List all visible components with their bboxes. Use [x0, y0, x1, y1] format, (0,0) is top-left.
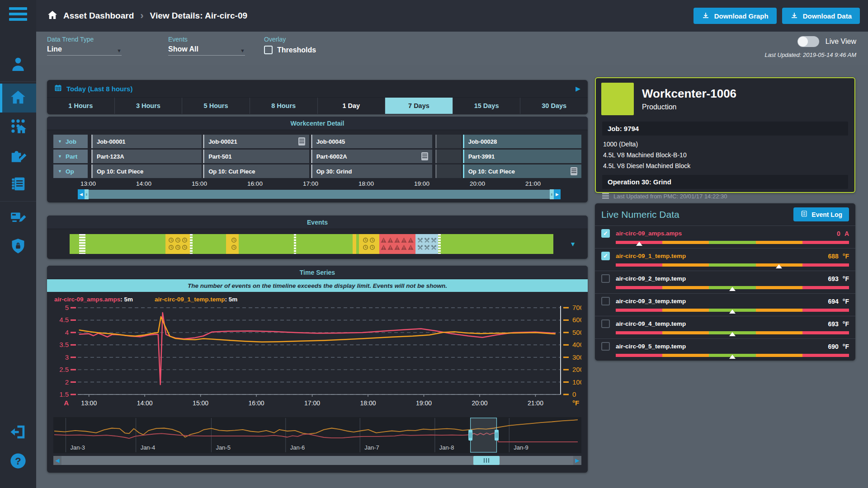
overview-navigator-chart[interactable]: Jan-3Jan-4Jan-5Jan-6Jan-7Jan-8Jan-9 [53, 417, 581, 455]
time-range-header: Today (Last 8 hours) ▶ [47, 80, 588, 97]
sidebar-item-user[interactable] [0, 51, 36, 80]
clock-icon [182, 237, 188, 244]
range-option-30-days[interactable]: 30 Days [520, 98, 588, 114]
event-segment-run[interactable] [441, 234, 553, 254]
live-view-toggle[interactable] [797, 36, 819, 47]
schedule-block[interactable]: Job-00001 [91, 135, 202, 148]
time-range-current[interactable]: Today (Last 8 hours) [66, 85, 132, 93]
thresholds-checkbox-row[interactable]: Thresholds [264, 46, 316, 54]
schedule-block[interactable]: Part-3991 [463, 150, 581, 163]
workcenter-name: Workcenter-1006 [642, 87, 736, 101]
sidebar-item-asset-dashboard[interactable] [0, 84, 36, 113]
event-segment-run[interactable] [85, 234, 165, 254]
sidebar-item-security[interactable] [0, 232, 36, 261]
warning-icon [394, 244, 400, 251]
schedule-block[interactable]: Job-00045 [311, 135, 433, 148]
legend-item[interactable]: air-circ-09_1_temp.temp: 5m [155, 296, 237, 303]
scroll-right-arrow-icon[interactable]: ▶ [573, 456, 581, 465]
row-label-op[interactable]: ▼Op [53, 164, 88, 178]
range-option-1-day[interactable]: 1 Day [318, 98, 386, 114]
checkbox-unchecked[interactable] [601, 274, 610, 283]
schedule-block[interactable]: Op 30: Grind [311, 164, 433, 178]
event-segment-marker[interactable] [79, 234, 85, 254]
event-segment-alarm[interactable] [379, 234, 415, 254]
checkbox-unchecked[interactable] [601, 319, 610, 328]
row-label-job[interactable]: ▼Job [53, 135, 88, 148]
scroll-left-arrow-icon[interactable]: ◀ [53, 456, 61, 465]
breadcrumb-root[interactable]: Asset Dashboard [63, 11, 134, 21]
event-segment-run[interactable] [239, 234, 294, 254]
signal-name: air-circ-09_1_temp.temp [616, 253, 686, 259]
navigator-scrollbar[interactable]: ◀ ▶ [53, 456, 581, 465]
event-segment-delay[interactable] [353, 234, 357, 254]
sidebar: ? [0, 0, 36, 488]
event-segment-delay[interactable] [226, 234, 229, 254]
live-numeric-header: Live Numeric Data Event Log [595, 203, 855, 225]
event-segment-delay[interactable] [229, 234, 239, 254]
events-expand-caret-icon[interactable]: ▼ [570, 240, 576, 248]
shield-lock-icon [9, 237, 27, 256]
scrollbar-thumb[interactable] [473, 456, 500, 465]
event-log-button[interactable]: Event Log [793, 207, 849, 221]
top-header: Asset Dashboard › View Details: Air-circ… [36, 0, 868, 32]
selection-handle-right[interactable] [495, 430, 499, 441]
clock-icon [168, 244, 174, 251]
download-graph-button[interactable]: Download Graph [693, 8, 777, 24]
schedule-block[interactable]: Op 10: Cut Piece [463, 164, 581, 178]
events-timeline[interactable] [70, 234, 553, 254]
range-option-15-days[interactable]: 15 Days [453, 98, 521, 114]
checkbox-unchecked[interactable] [601, 342, 610, 351]
schedule-block[interactable]: Job-00028 [463, 135, 581, 148]
timeline-range-slider[interactable]: ◀ ‖ ‖ ▶ [78, 190, 561, 199]
event-segment-delay[interactable] [359, 234, 379, 254]
sidebar-item-logout[interactable] [0, 418, 36, 447]
schedule-block[interactable]: Op 10: Cut Piece [203, 164, 309, 178]
event-segment-run[interactable] [193, 234, 226, 254]
range-option-5-hours[interactable]: 5 Hours [182, 98, 250, 114]
checkbox-checked[interactable]: ✓ [601, 252, 610, 260]
range-option-1-hours[interactable]: 1 Hours [47, 98, 115, 114]
slider-left-grip[interactable]: ‖ [85, 189, 89, 199]
svg-text:A: A [64, 399, 69, 407]
details-list-icon[interactable] [421, 152, 428, 160]
schedule-block[interactable]: Job-00021 [203, 135, 309, 148]
thresholds-checkbox[interactable] [264, 46, 273, 54]
sidebar-item-configure[interactable] [0, 141, 36, 170]
play-forward-icon[interactable]: ▶ [576, 85, 580, 92]
sidebar-item-help[interactable]: ? [0, 447, 36, 476]
slider-left-arrow-icon[interactable]: ◀ [78, 189, 85, 199]
event-segment-run[interactable] [70, 234, 79, 254]
event-segment-run[interactable] [296, 234, 353, 254]
hamburger-icon[interactable] [9, 7, 27, 21]
time-range-options: 1 Hours3 Hours5 Hours8 Hours1 Day7 Days1… [47, 97, 588, 114]
download-data-button[interactable]: Download Data [782, 8, 860, 24]
details-list-icon[interactable] [571, 167, 577, 175]
trend-type-select[interactable]: Line ▼ [47, 45, 122, 56]
slider-right-arrow-icon[interactable]: ▶ [554, 189, 561, 199]
wrench-icon [431, 244, 437, 251]
range-option-7-days[interactable]: 7 Days [385, 98, 453, 114]
row-label-part[interactable]: ▼Part [53, 150, 88, 163]
selection-handle-left[interactable] [468, 430, 472, 441]
event-segment-delay[interactable] [165, 234, 190, 254]
checkbox-unchecked[interactable] [601, 297, 610, 305]
value-unit: °F [843, 253, 849, 260]
legend-item[interactable]: air-circ-09_amps.amps: 5m [54, 296, 133, 303]
sidebar-item-workcenters[interactable] [0, 203, 36, 232]
schedule-block[interactable]: Part-123A [91, 150, 202, 163]
warning-icon [381, 244, 387, 251]
schedule-block[interactable]: Part-501 [203, 150, 309, 163]
event-segment-maintenance[interactable] [415, 234, 438, 254]
sidebar-item-logs[interactable] [0, 170, 36, 199]
schedule-block[interactable]: Part-6002A [311, 150, 433, 163]
navigator-selection[interactable] [471, 418, 497, 452]
checkbox-checked[interactable]: ✓ [601, 229, 610, 238]
schedule-block[interactable]: Op 10: Cut Piece [91, 164, 202, 178]
sidebar-item-dashboards[interactable] [0, 113, 36, 141]
navigator-svg: Jan-3Jan-4Jan-5Jan-6Jan-7Jan-8Jan-9 [53, 417, 581, 453]
range-option-3-hours[interactable]: 3 Hours [115, 98, 183, 114]
details-list-icon[interactable] [298, 137, 305, 145]
events-filter-select[interactable]: Show All ▼ [168, 45, 245, 56]
range-option-8-hours[interactable]: 8 Hours [250, 98, 318, 114]
slider-right-grip[interactable]: ‖ [550, 189, 554, 199]
